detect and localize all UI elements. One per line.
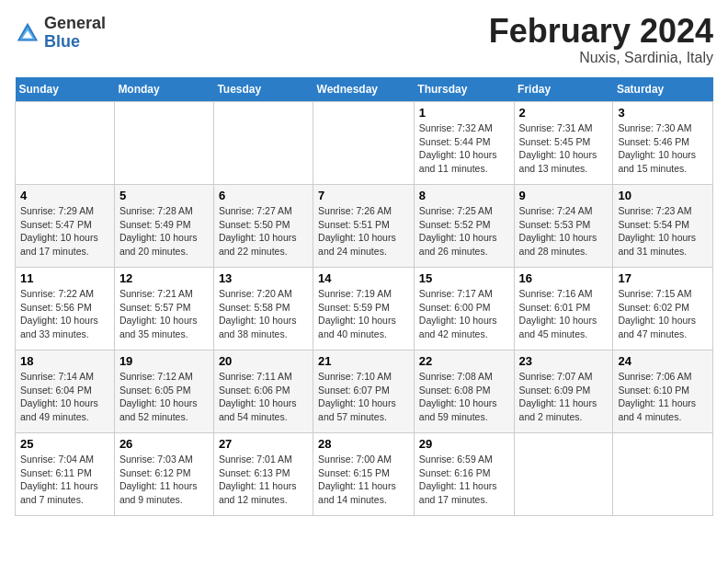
- day-number: 26: [119, 437, 209, 451]
- logo-text: General Blue: [44, 15, 106, 52]
- logo: General Blue: [15, 15, 106, 52]
- day-info: Sunrise: 7:23 AMSunset: 5:54 PMDaylight:…: [618, 204, 708, 259]
- title-block: February 2024 Nuxis, Sardinia, Italy: [489, 15, 713, 66]
- day-info: Sunrise: 7:12 AMSunset: 6:05 PMDaylight:…: [119, 370, 209, 424]
- day-number: 12: [119, 271, 209, 285]
- day-number: 28: [318, 437, 409, 451]
- calendar-cell: 16Sunrise: 7:16 AMSunset: 6:01 PMDayligh…: [514, 268, 613, 350]
- day-info: Sunrise: 7:28 AMSunset: 5:49 PMDaylight:…: [119, 204, 209, 259]
- calendar-cell: 17Sunrise: 7:15 AMSunset: 6:02 PMDayligh…: [613, 268, 713, 350]
- calendar-cell: 27Sunrise: 7:01 AMSunset: 6:13 PMDayligh…: [213, 433, 313, 516]
- day-number: 15: [419, 271, 509, 285]
- day-info: Sunrise: 7:07 AMSunset: 6:09 PMDaylight:…: [519, 370, 609, 424]
- logo-icon: [15, 20, 40, 46]
- calendar-cell: 13Sunrise: 7:20 AMSunset: 5:58 PMDayligh…: [213, 268, 313, 350]
- day-number: 25: [20, 437, 109, 451]
- calendar-cell: 1Sunrise: 7:32 AMSunset: 5:44 PMDaylight…: [414, 102, 514, 185]
- day-info: Sunrise: 7:31 AMSunset: 5:45 PMDaylight:…: [519, 121, 609, 176]
- calendar-cell: 19Sunrise: 7:12 AMSunset: 6:05 PMDayligh…: [114, 350, 213, 433]
- day-number: 6: [219, 189, 308, 202]
- day-number: 3: [618, 106, 708, 120]
- day-number: 2: [519, 106, 609, 120]
- day-number: 21: [318, 354, 409, 368]
- day-number: 10: [618, 189, 708, 202]
- day-number: 9: [519, 189, 609, 202]
- day-number: 5: [119, 189, 209, 202]
- day-info: Sunrise: 7:06 AMSunset: 6:10 PMDaylight:…: [618, 370, 708, 424]
- day-number: 8: [419, 189, 509, 202]
- calendar-cell: 5Sunrise: 7:28 AMSunset: 5:49 PMDaylight…: [114, 185, 213, 268]
- day-info: Sunrise: 7:19 AMSunset: 5:59 PMDaylight:…: [318, 287, 409, 341]
- calendar-cell: 24Sunrise: 7:06 AMSunset: 6:10 PMDayligh…: [613, 350, 713, 433]
- calendar-cell: 14Sunrise: 7:19 AMSunset: 5:59 PMDayligh…: [313, 268, 415, 350]
- day-info: Sunrise: 7:01 AMSunset: 6:13 PMDaylight:…: [219, 453, 308, 507]
- calendar-cell: 8Sunrise: 7:25 AMSunset: 5:52 PMDaylight…: [414, 185, 514, 268]
- day-number: 19: [119, 354, 209, 368]
- day-info: Sunrise: 7:25 AMSunset: 5:52 PMDaylight:…: [419, 204, 509, 259]
- calendar-cell: 20Sunrise: 7:11 AMSunset: 6:06 PMDayligh…: [213, 350, 313, 433]
- calendar-cell: 28Sunrise: 7:00 AMSunset: 6:15 PMDayligh…: [313, 433, 415, 516]
- calendar-cell: 10Sunrise: 7:23 AMSunset: 5:54 PMDayligh…: [613, 185, 713, 268]
- day-info: Sunrise: 7:24 AMSunset: 5:53 PMDaylight:…: [519, 204, 609, 259]
- calendar-cell: 4Sunrise: 7:29 AMSunset: 5:47 PMDaylight…: [16, 185, 115, 268]
- day-number: 16: [519, 271, 609, 285]
- day-number: 13: [219, 271, 308, 285]
- calendar-cell: 3Sunrise: 7:30 AMSunset: 5:46 PMDaylight…: [613, 102, 713, 185]
- day-number: 7: [318, 189, 409, 202]
- calendar-cell: 23Sunrise: 7:07 AMSunset: 6:09 PMDayligh…: [514, 350, 613, 433]
- day-info: Sunrise: 7:14 AMSunset: 6:04 PMDaylight:…: [20, 370, 109, 424]
- calendar-cell: [313, 102, 415, 185]
- calendar-cell: [213, 102, 313, 185]
- day-number: 29: [419, 437, 509, 451]
- day-number: 22: [419, 354, 509, 368]
- logo-blue: Blue: [44, 33, 106, 52]
- col-thursday: Thursday: [414, 77, 514, 102]
- calendar-cell: 18Sunrise: 7:14 AMSunset: 6:04 PMDayligh…: [16, 350, 115, 433]
- day-number: 18: [20, 354, 109, 368]
- day-info: Sunrise: 7:20 AMSunset: 5:58 PMDaylight:…: [219, 287, 308, 341]
- col-monday: Monday: [114, 77, 213, 102]
- calendar-cell: [114, 102, 213, 185]
- calendar-cell: 11Sunrise: 7:22 AMSunset: 5:56 PMDayligh…: [16, 268, 115, 350]
- logo-general: General: [44, 15, 106, 33]
- day-number: 4: [20, 189, 109, 202]
- day-number: 27: [219, 437, 308, 451]
- calendar-cell: 25Sunrise: 7:04 AMSunset: 6:11 PMDayligh…: [16, 433, 115, 516]
- day-info: Sunrise: 7:15 AMSunset: 6:02 PMDaylight:…: [618, 287, 708, 341]
- day-number: 11: [20, 271, 109, 285]
- day-info: Sunrise: 7:11 AMSunset: 6:06 PMDaylight:…: [219, 370, 308, 424]
- calendar-cell: 7Sunrise: 7:26 AMSunset: 5:51 PMDaylight…: [313, 185, 415, 268]
- calendar-cell: 15Sunrise: 7:17 AMSunset: 6:00 PMDayligh…: [414, 268, 514, 350]
- col-tuesday: Tuesday: [213, 77, 313, 102]
- page-header: General Blue February 2024 Nuxis, Sardin…: [15, 15, 713, 66]
- calendar-cell: 12Sunrise: 7:21 AMSunset: 5:57 PMDayligh…: [114, 268, 213, 350]
- calendar-week-3: 11Sunrise: 7:22 AMSunset: 5:56 PMDayligh…: [16, 268, 713, 350]
- day-info: Sunrise: 7:08 AMSunset: 6:08 PMDaylight:…: [419, 370, 509, 424]
- day-info: Sunrise: 7:21 AMSunset: 5:57 PMDaylight:…: [119, 287, 209, 341]
- calendar-cell: [16, 102, 115, 185]
- calendar-cell: 9Sunrise: 7:24 AMSunset: 5:53 PMDaylight…: [514, 185, 613, 268]
- calendar-week-4: 18Sunrise: 7:14 AMSunset: 6:04 PMDayligh…: [16, 350, 713, 433]
- calendar-cell: 6Sunrise: 7:27 AMSunset: 5:50 PMDaylight…: [213, 185, 313, 268]
- day-info: Sunrise: 7:00 AMSunset: 6:15 PMDaylight:…: [318, 453, 409, 507]
- day-info: Sunrise: 7:16 AMSunset: 6:01 PMDaylight:…: [519, 287, 609, 341]
- day-number: 23: [519, 354, 609, 368]
- day-info: Sunrise: 7:17 AMSunset: 6:00 PMDaylight:…: [419, 287, 509, 341]
- day-info: Sunrise: 7:30 AMSunset: 5:46 PMDaylight:…: [618, 121, 708, 176]
- calendar-cell: 21Sunrise: 7:10 AMSunset: 6:07 PMDayligh…: [313, 350, 415, 433]
- day-info: Sunrise: 7:04 AMSunset: 6:11 PMDaylight:…: [20, 453, 109, 507]
- day-info: Sunrise: 7:29 AMSunset: 5:47 PMDaylight:…: [20, 204, 109, 259]
- calendar-week-5: 25Sunrise: 7:04 AMSunset: 6:11 PMDayligh…: [16, 433, 713, 516]
- location-title: Nuxis, Sardinia, Italy: [489, 50, 713, 66]
- day-info: Sunrise: 7:03 AMSunset: 6:12 PMDaylight:…: [119, 453, 209, 507]
- day-number: 1: [419, 106, 509, 120]
- day-info: Sunrise: 7:22 AMSunset: 5:56 PMDaylight:…: [20, 287, 109, 341]
- calendar-body: 1Sunrise: 7:32 AMSunset: 5:44 PMDaylight…: [16, 102, 713, 516]
- day-info: Sunrise: 7:26 AMSunset: 5:51 PMDaylight:…: [318, 204, 409, 259]
- day-number: 20: [219, 354, 308, 368]
- col-friday: Friday: [514, 77, 613, 102]
- col-sunday: Sunday: [16, 77, 115, 102]
- calendar-cell: 26Sunrise: 7:03 AMSunset: 6:12 PMDayligh…: [114, 433, 213, 516]
- calendar-header: Sunday Monday Tuesday Wednesday Thursday…: [16, 77, 713, 102]
- header-row: Sunday Monday Tuesday Wednesday Thursday…: [16, 77, 713, 102]
